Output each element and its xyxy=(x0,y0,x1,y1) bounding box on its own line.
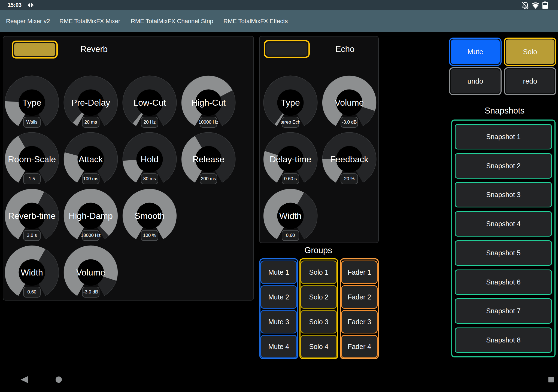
group-button-mute-2[interactable]: Mute 2 xyxy=(260,285,297,309)
wifi-icon xyxy=(531,2,540,9)
knob-volume: Volume-3.0 dB xyxy=(63,245,118,300)
knob-smooth: Smooth100 % xyxy=(122,189,177,243)
notifications-off-icon xyxy=(521,1,530,9)
groups-title: Groups xyxy=(304,246,332,255)
group-button-fader-4[interactable]: Fader 4 xyxy=(341,335,378,358)
group-button-fader-3[interactable]: Fader 3 xyxy=(341,310,378,333)
android-nav-bar xyxy=(0,369,558,392)
knob-room-scale: Room-Scale1.5 xyxy=(5,132,59,186)
knob-type: Typetereo Ech xyxy=(263,75,318,130)
knob-value: 0.60 xyxy=(282,230,299,241)
snapshot-button-8[interactable]: Snapshot 8 xyxy=(455,327,552,353)
knob-value: 0.60 s xyxy=(282,173,299,184)
knob-value: -3.0 dB xyxy=(82,287,99,298)
knob-value: -3.0 dB xyxy=(341,117,358,128)
sound-direction-icon xyxy=(28,3,34,8)
group-button-fader-1[interactable]: Fader 1 xyxy=(341,261,378,284)
knob-value: 10000 Hz xyxy=(200,117,217,128)
knob-value: 80 ms xyxy=(141,173,158,184)
echo-title: Echo xyxy=(335,44,355,54)
solo-button-label: Solo xyxy=(506,39,554,64)
knob-value: 20 ms xyxy=(82,117,99,128)
knob-value: 100 % xyxy=(141,230,158,241)
snapshot-button-6[interactable]: Snapshot 6 xyxy=(455,270,552,295)
knob-value: 3.0 s xyxy=(23,230,41,241)
mute-button[interactable]: Mute xyxy=(449,38,502,66)
tab-reaper-mixer-v2[interactable]: Reaper Mixer v2 xyxy=(6,10,50,32)
knob-value: 18000 Hz xyxy=(82,230,99,241)
knob-feedback: Feedback20 % xyxy=(322,132,377,186)
tab-rme-totalmixfx-channel-strip[interactable]: RME TotalMixFX Channel Strip xyxy=(131,10,213,32)
knob-attack: Attack100 ms xyxy=(63,132,118,186)
reverb-enable-toggle-fill xyxy=(14,43,55,56)
group-button-mute-4[interactable]: Mute 4 xyxy=(260,335,297,358)
status-bar: 15:03 xyxy=(0,0,558,10)
knob-low-cut: Low-Cut20 Hz xyxy=(122,75,177,130)
battery-icon xyxy=(542,1,548,9)
undo-button-label: undo xyxy=(451,69,500,93)
undo-button[interactable]: undo xyxy=(449,67,502,95)
echo-panel: Echo Typetereo EchVolume-3.0 dBDelay-tim… xyxy=(259,36,379,243)
knob-width: Width0.60 xyxy=(263,189,318,243)
tab-bar: Reaper Mixer v2RME TotalMixFX MixerRME T… xyxy=(0,10,558,32)
snapshot-button-2[interactable]: Snapshot 2 xyxy=(455,153,552,179)
knob-delay-time: Delay-time0.60 s xyxy=(263,132,318,186)
app-screen: 15:03 Reaper Mixer v2RME TotalMixFX Mixe… xyxy=(0,0,558,392)
reverb-title: Reverb xyxy=(80,44,108,54)
group-button-solo-4[interactable]: Solo 4 xyxy=(301,335,337,358)
reverb-enable-toggle[interactable] xyxy=(12,41,58,59)
knob-high-damp: High-Damp18000 Hz xyxy=(63,189,118,243)
knob-release: Release200 ms xyxy=(181,132,236,186)
knob-value: 20 Hz xyxy=(141,117,158,128)
solo-button[interactable]: Solo xyxy=(504,38,556,66)
knob-width: Width0.60 xyxy=(5,245,59,300)
group-button-solo-2[interactable]: Solo 2 xyxy=(301,285,337,309)
redo-button[interactable]: redo xyxy=(504,67,556,95)
back-icon[interactable] xyxy=(20,376,28,383)
knob-type: TypeWalls xyxy=(5,75,59,130)
knob-value: Walls xyxy=(23,117,41,128)
group-box-fader: Fader 1Fader 2Fader 3Fader 4 xyxy=(340,258,379,359)
group-button-mute-1[interactable]: Mute 1 xyxy=(260,261,297,284)
snapshots-title: Snapshots xyxy=(485,106,525,116)
snapshot-button-7[interactable]: Snapshot 7 xyxy=(455,298,552,324)
knob-value: 20 % xyxy=(341,173,358,184)
knob-value: 200 ms xyxy=(200,173,217,184)
reverb-panel: Reverb TypeWallsPre-Delay20 msLow-Cut20 … xyxy=(3,36,254,301)
recent-apps-icon[interactable] xyxy=(548,377,554,382)
status-time: 15:03 xyxy=(8,0,22,10)
knob-value: tereo Ech xyxy=(282,117,299,128)
group-button-solo-1[interactable]: Solo 1 xyxy=(301,261,337,284)
snapshot-button-4[interactable]: Snapshot 4 xyxy=(455,211,552,237)
snapshot-button-3[interactable]: Snapshot 3 xyxy=(455,182,552,207)
knob-high-cut: High-Cut10000 Hz xyxy=(181,75,236,130)
echo-enable-toggle-fill xyxy=(266,42,307,56)
snapshot-button-1[interactable]: Snapshot 1 xyxy=(455,124,552,149)
knob-volume: Volume-3.0 dB xyxy=(322,75,377,130)
group-button-solo-3[interactable]: Solo 3 xyxy=(301,310,337,333)
group-box-solo: Solo 1Solo 2Solo 3Solo 4 xyxy=(299,258,338,359)
knob-reverb-time: Reverb-time3.0 s xyxy=(5,189,59,243)
tab-rme-totalmixfx-effects[interactable]: RME TotalMixFX Effects xyxy=(223,10,288,32)
home-icon[interactable] xyxy=(55,376,62,383)
knob-value: 100 ms xyxy=(82,173,99,184)
group-button-fader-2[interactable]: Fader 2 xyxy=(341,285,378,309)
knob-value: 0.60 xyxy=(23,287,41,298)
mute-button-label: Mute xyxy=(451,39,500,64)
group-box-mute: Mute 1Mute 2Mute 3Mute 4 xyxy=(259,258,298,359)
redo-button-label: redo xyxy=(506,69,554,93)
tab-rme-totalmixfx-mixer[interactable]: RME TotalMixFX Mixer xyxy=(59,10,120,32)
knob-value: 1.5 xyxy=(23,173,41,184)
knob-hold: Hold80 ms xyxy=(122,132,177,186)
snapshot-button-5[interactable]: Snapshot 5 xyxy=(455,240,552,266)
knob-pre-delay: Pre-Delay20 ms xyxy=(63,75,118,130)
echo-enable-toggle[interactable] xyxy=(264,40,310,58)
group-button-mute-3[interactable]: Mute 3 xyxy=(260,310,297,333)
